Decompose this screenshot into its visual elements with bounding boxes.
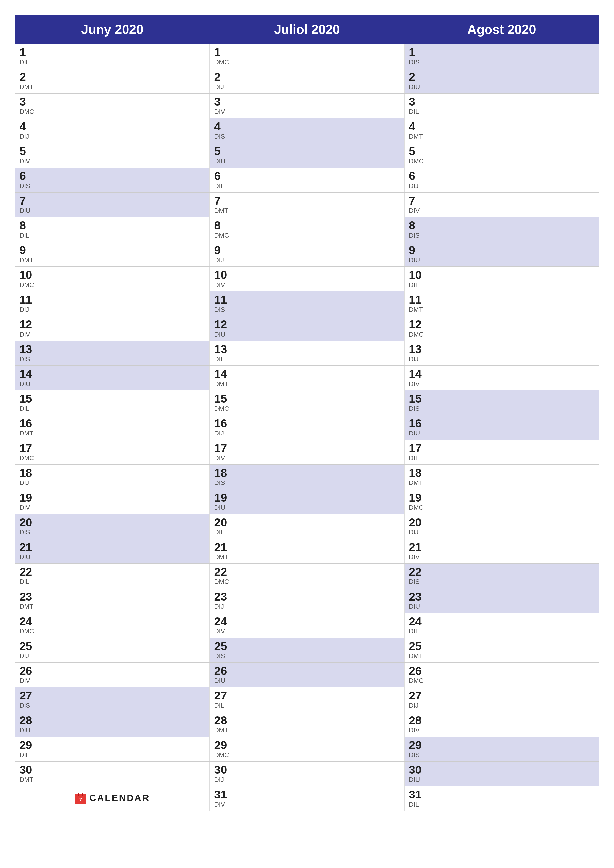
day-number: 17 [214,442,399,454]
day-cell: 15 DMC [210,391,404,415]
day-label: DIL [409,801,595,808]
day-label: DIU [20,553,205,561]
day-cell: 1 DMC [210,44,404,69]
day-label: DIV [409,207,595,214]
day-cell: 5 DMC [404,143,599,168]
day-label: DIU [214,677,399,685]
day-cell: 16 DIU [404,415,599,440]
day-label: DIJ [409,355,595,363]
day-number: 30 [20,764,205,775]
day-number: 10 [20,269,205,281]
day-label: DMT [20,256,205,264]
day-number: 17 [20,442,205,454]
day-number: 19 [214,492,399,503]
day-number: 24 [20,615,205,627]
day-cell: 20 DIS [15,514,210,539]
day-label: DIU [409,603,595,611]
day-number: 10 [409,269,595,281]
day-label: DIV [20,677,205,685]
calendar-table: Juny 2020 Juliol 2020 Agost 2020 1 DIL 1… [15,15,599,811]
day-number: 25 [214,640,399,652]
day-label: DIL [20,58,205,66]
day-cell: 17 DIV [210,440,404,465]
day-label: DIU [20,380,205,388]
day-number: 11 [214,294,399,305]
day-number: 4 [214,121,399,132]
day-label: DIV [409,727,595,734]
day-label: DIS [20,355,205,363]
day-label: DMT [214,553,399,561]
day-number: 9 [20,245,205,256]
day-number: 21 [214,541,399,553]
day-cell: 29 DIL [15,737,210,762]
day-cell: 24 DIL [404,613,599,638]
day-number: 3 [214,96,399,107]
day-label: DIS [409,58,595,66]
day-cell: 14 DMT [210,366,404,391]
day-cell: 2 DMT [15,69,210,93]
svg-rect-2 [78,792,79,796]
day-number: 15 [20,393,205,404]
day-number: 28 [214,715,399,726]
day-cell: 7 DIU [15,192,210,217]
day-label: DMC [409,504,595,512]
day-cell: 7 DMT [210,192,404,217]
day-label: DIS [214,306,399,313]
day-cell: 2 DIJ [210,69,404,93]
day-cell: 30 DMT [15,762,210,786]
day-cell: 13 DIS [15,341,210,366]
day-cell: 23 DIU [404,588,599,613]
day-number: 15 [214,393,399,404]
day-number: 19 [409,492,595,503]
day-label: DIU [214,157,399,165]
day-label: DIJ [214,256,399,264]
day-cell: 25 DMT [404,638,599,663]
day-label: DMT [409,652,595,660]
day-label: DIJ [214,776,399,784]
day-cell: 26 DMC [404,663,599,687]
svg-text:7: 7 [79,797,82,803]
day-number: 26 [20,665,205,676]
day-cell: 21 DIU [15,539,210,564]
day-number: 29 [20,739,205,751]
day-label: DMC [409,330,595,338]
day-number: 27 [20,690,205,701]
day-label: DIS [214,479,399,487]
day-number: 22 [20,566,205,578]
day-cell: 6 DIS [15,168,210,192]
day-label: DIV [214,628,399,635]
day-cell: 28 DMT [210,712,404,737]
day-number: 7 [214,195,399,206]
day-label: DMT [20,83,205,91]
day-cell: 19 DIU [210,490,404,514]
day-number: 13 [409,343,595,355]
day-label: DIL [409,454,595,462]
day-number: 16 [20,418,205,429]
day-cell: 20 DIL [210,514,404,539]
day-cell: 25 DIS [210,638,404,663]
day-cell: 13 DIJ [404,341,599,366]
day-number: 22 [409,566,595,578]
day-number: 7 [409,195,595,206]
day-cell: 15 DIS [404,391,599,415]
day-cell: 10 DIV [210,267,404,291]
day-number: 29 [214,739,399,751]
day-number: 23 [20,591,205,602]
day-number: 6 [409,170,595,181]
day-number: 27 [214,690,399,701]
day-label: DIL [20,578,205,586]
day-cell: 8 DMC [210,217,404,242]
day-cell: 26 DIU [210,663,404,687]
day-label: DMT [214,380,399,388]
day-cell: 31 DIV [210,786,404,811]
day-label: DIJ [20,479,205,487]
day-cell: 4 DIS [210,118,404,143]
day-number: 9 [409,245,595,256]
day-number: 25 [409,640,595,652]
day-number: 26 [214,665,399,676]
day-label: DIS [214,652,399,660]
day-cell: 3 DIL [404,93,599,118]
day-cell: 11 DMT [404,291,599,316]
day-number: 2 [20,71,205,83]
day-number: 4 [20,121,205,132]
